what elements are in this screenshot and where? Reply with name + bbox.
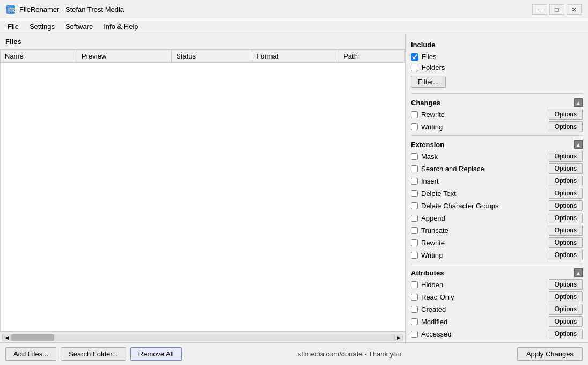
- attr-created-label: Created: [421, 305, 446, 313]
- include-header: Include: [411, 41, 583, 49]
- col-format: Format: [252, 50, 339, 63]
- changes-header: Changes: [411, 99, 440, 107]
- files-checkbox[interactable]: [411, 53, 418, 61]
- attr-accessed-row: Accessed Options: [411, 328, 583, 339]
- folders-row: Folders: [411, 63, 583, 72]
- right-scroll-area[interactable]: Include Files Folders Filter... Changes …: [406, 34, 588, 342]
- col-name: Name: [1, 50, 77, 63]
- attr-hidden-row: Hidden Options: [411, 279, 583, 290]
- file-table[interactable]: Name Preview Status Format Path: [0, 49, 405, 332]
- title-bar: FR FileRenamer - Stefan Trost Media ─ □ …: [0, 0, 588, 19]
- ext-mask-checkbox[interactable]: [411, 153, 418, 160]
- ext-truncate-options-button[interactable]: Options: [549, 225, 583, 236]
- changes-rewrite-options-button[interactable]: Options: [549, 109, 583, 120]
- menu-info-help[interactable]: Info & Help: [98, 21, 143, 32]
- files-label: Files: [422, 53, 436, 61]
- attr-created-options-button[interactable]: Options: [549, 304, 583, 315]
- app-icon: FR: [6, 5, 15, 14]
- attr-readonly-options-button[interactable]: Options: [549, 291, 583, 302]
- attributes-collapsible-header: Attributes ▲: [411, 268, 583, 277]
- attr-readonly-label: Read Only: [421, 293, 454, 301]
- changes-collapse-arrow[interactable]: ▲: [574, 98, 583, 107]
- ext-writing-checkbox[interactable]: [411, 252, 418, 259]
- files-header: Files: [0, 34, 405, 49]
- changes-rewrite-checkbox[interactable]: [411, 111, 418, 118]
- filter-button[interactable]: Filter...: [411, 76, 446, 88]
- ext-truncate-checkbox[interactable]: [411, 227, 418, 234]
- ext-rewrite-label: Rewrite: [421, 239, 445, 247]
- maximize-button[interactable]: □: [549, 4, 564, 15]
- attr-created-row: Created Options: [411, 304, 583, 315]
- ext-mask-options-button[interactable]: Options: [549, 151, 583, 162]
- ext-search-replace-checkbox[interactable]: [411, 165, 418, 172]
- main-content: Files Name Preview Status Format Path: [0, 34, 588, 342]
- ext-append-label: Append: [421, 214, 445, 222]
- extension-header: Extension: [411, 141, 444, 149]
- attributes-header: Attributes: [411, 269, 444, 277]
- changes-writing-checkbox[interactable]: [411, 123, 418, 130]
- menu-bar: File Settings Software Info & Help: [0, 19, 588, 34]
- attr-hidden-checkbox[interactable]: [411, 281, 418, 288]
- attr-modified-checkbox[interactable]: [411, 318, 418, 325]
- ext-writing-label: Writing: [421, 251, 443, 259]
- attr-modified-options-button[interactable]: Options: [549, 316, 583, 327]
- attr-hidden-options-button[interactable]: Options: [549, 279, 583, 290]
- ext-append-row: Append Options: [411, 213, 583, 223]
- minimize-button[interactable]: ─: [532, 4, 547, 15]
- ext-delete-text-options-button[interactable]: Options: [549, 188, 583, 199]
- remove-all-button[interactable]: Remove All: [130, 347, 182, 361]
- ext-append-options-button[interactable]: Options: [549, 213, 583, 223]
- ext-delete-text-row: Delete Text Options: [411, 188, 583, 199]
- close-button[interactable]: ✕: [567, 4, 582, 15]
- horizontal-scrollbar[interactable]: ◀ ▶: [0, 332, 405, 342]
- folders-checkbox[interactable]: [411, 64, 418, 71]
- ext-delete-char-groups-row: Delete Character Groups Options: [411, 200, 583, 211]
- attr-accessed-label: Accessed: [421, 330, 451, 338]
- scroll-left-btn[interactable]: ◀: [2, 334, 11, 341]
- ext-delete-char-groups-checkbox[interactable]: [411, 202, 418, 209]
- ext-delete-char-groups-label: Delete Character Groups: [421, 202, 499, 210]
- col-path: Path: [339, 50, 405, 63]
- window-title: FileRenamer - Stefan Trost Media: [19, 5, 124, 13]
- changes-writing-row: Writing Options: [411, 121, 583, 132]
- changes-writing-options-button[interactable]: Options: [549, 121, 583, 132]
- menu-file[interactable]: File: [2, 21, 24, 32]
- extension-section: Extension ▲ Mask Options Search and Repl…: [411, 140, 583, 260]
- ext-delete-char-groups-options-button[interactable]: Options: [549, 200, 583, 211]
- attr-accessed-checkbox[interactable]: [411, 331, 418, 338]
- apply-changes-button[interactable]: Apply Changes: [517, 347, 583, 361]
- changes-section: Changes ▲ Rewrite Options Writing Option: [411, 98, 583, 132]
- scroll-thumb[interactable]: [11, 334, 54, 341]
- ext-search-replace-label: Search and Replace: [421, 165, 484, 173]
- attr-readonly-row: Read Only Options: [411, 291, 583, 302]
- menu-settings[interactable]: Settings: [24, 21, 60, 32]
- changes-writing-left: Writing: [411, 123, 549, 131]
- right-panel: Include Files Folders Filter... Changes …: [406, 34, 588, 342]
- attr-readonly-checkbox[interactable]: [411, 294, 418, 301]
- status-text: sttmedia.com/donate - Thank you: [186, 350, 513, 358]
- ext-writing-options-button[interactable]: Options: [549, 250, 583, 260]
- attr-modified-row: Modified Options: [411, 316, 583, 327]
- ext-rewrite-options-button[interactable]: Options: [549, 237, 583, 248]
- title-bar-left: FR FileRenamer - Stefan Trost Media: [6, 5, 124, 14]
- ext-append-checkbox[interactable]: [411, 215, 418, 222]
- scroll-track[interactable]: [11, 334, 394, 341]
- attr-created-checkbox[interactable]: [411, 306, 418, 313]
- ext-truncate-row: Truncate Options: [411, 225, 583, 236]
- ext-insert-label: Insert: [421, 177, 439, 185]
- add-files-button[interactable]: Add Files...: [5, 347, 56, 361]
- ext-insert-checkbox[interactable]: [411, 178, 418, 185]
- ext-insert-options-button[interactable]: Options: [549, 176, 583, 186]
- attr-accessed-options-button[interactable]: Options: [549, 328, 583, 339]
- attributes-collapse-arrow[interactable]: ▲: [574, 268, 583, 277]
- bottom-bar: Add Files... Search Folder... Remove All…: [0, 342, 588, 365]
- search-folder-button[interactable]: Search Folder...: [61, 347, 126, 361]
- ext-rewrite-checkbox[interactable]: [411, 239, 418, 246]
- menu-software[interactable]: Software: [60, 21, 98, 32]
- ext-delete-text-checkbox[interactable]: [411, 190, 418, 197]
- ext-writing-row: Writing Options: [411, 250, 583, 260]
- ext-search-replace-options-button[interactable]: Options: [549, 163, 583, 174]
- changes-collapsible-header: Changes ▲: [411, 98, 583, 107]
- extension-collapse-arrow[interactable]: ▲: [574, 140, 583, 149]
- scroll-right-btn[interactable]: ▶: [394, 334, 403, 341]
